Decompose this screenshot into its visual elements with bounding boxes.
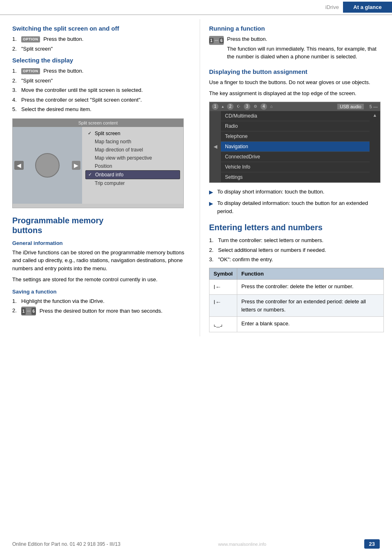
menu-item-split-screen[interactable]: ✓ Split screen [85, 129, 180, 138]
bmw-screen-left-arrow: ◀ [209, 111, 221, 182]
menu-item-trip-computer[interactable]: Trip computer [85, 179, 180, 187]
topbar-num-4: 4 [261, 103, 267, 110]
saving-step-1: 1. Highlight the function via the iDrive… [12, 297, 192, 305]
table-row-2: I← Press the controller for an extended … [209, 295, 384, 317]
menu-item-position[interactable]: Position [85, 162, 180, 170]
selecting-step-4: 4. Press the controller or select "Split… [12, 96, 192, 104]
saving-steps-list: 1. Highlight the function via the iDrive… [12, 297, 192, 316]
bullet-text-1: To display short information: touch the … [217, 188, 324, 196]
table-symbol-3: ⌞_⌟ [209, 317, 237, 332]
page-number: 23 [364, 539, 380, 549]
entering-step-2-text: Select additional letters or numbers if … [218, 246, 384, 254]
selecting-step-4-text: Press the controller or select "Split sc… [21, 96, 192, 104]
selecting-step-5-text: Select the desired menu item. [21, 105, 192, 113]
bmw-item-telephone[interactable]: Telephone [221, 131, 370, 142]
menu-item-map-direction[interactable]: Map direction of travel [85, 146, 180, 154]
split-screen-inner: ◀ ▶ ✓ Split screen Map facing north [13, 127, 183, 204]
saving-step-2-text: Press the desired button for more than t… [40, 308, 163, 314]
topbar-icon-wifi: ☪ [237, 104, 241, 109]
bmw-screen: 1 ▴ 2 ☪ 3 ⚙ 4 ⌂ USB audio 5 — ◀ CD/Multi… [209, 102, 381, 183]
option-icon-1: OPTION [21, 36, 40, 43]
bmw-item-cd[interactable]: CD/Multimedia [221, 111, 370, 121]
usb-label: USB audio [337, 104, 364, 109]
table-function-1: Press the controller: delete the letter … [237, 279, 383, 295]
running-mem-icon: 1 ··· 6 [209, 36, 224, 45]
selecting-step-2-text: "Split screen" [21, 77, 192, 85]
menu-item-map-perspective[interactable]: Map view with perspective [85, 154, 180, 162]
entering-title: Entering letters and numbers [209, 222, 384, 232]
selecting-title: Selecting the display [12, 57, 192, 64]
bmw-item-vehicle-info[interactable]: Vehicle Info [221, 162, 370, 172]
switching-step-2-text: "Split screen" [21, 45, 192, 53]
table-function-2: Press the controller for an extended per… [237, 295, 383, 317]
split-screen-menu: ✓ Split screen Map facing north Map dire… [82, 127, 183, 204]
topbar-num-1: 1 [212, 103, 218, 110]
split-screen-map: ◀ ▶ [13, 127, 82, 204]
idrive-label: iDrive [321, 2, 343, 13]
menu-item-onboard-info[interactable]: ✓ Onboard info [85, 170, 180, 179]
entering-step-3-text: "OK": confirm the entry. [218, 256, 384, 264]
topbar-icon-gear: ⚙ [254, 104, 257, 109]
entering-steps-list: 1. Turn the controller: select letters o… [209, 236, 384, 264]
page-header: iDrive At a glance [0, 0, 392, 15]
menu-item-map-north[interactable]: Map facing north [85, 138, 180, 146]
saving-step-1-text: Highlight the function via the iDrive. [21, 297, 192, 305]
bullet-arrow-1: ▶ [209, 188, 214, 196]
entering-step-1: 1. Turn the controller: select letters o… [209, 236, 384, 245]
bmw-screen-body: ◀ CD/Multimedia Radio Telephone Navigati… [209, 111, 380, 182]
topbar-num-3: 3 [244, 103, 250, 110]
page-footer: Online Edition for Part no. 01 40 2 918 … [0, 539, 392, 549]
table-row-3: ⌞_⌟ Enter a blank space. [209, 317, 384, 332]
table-col-symbol: Symbol [209, 268, 237, 279]
bmw-item-radio[interactable]: Radio [221, 121, 370, 131]
switching-step-2: 2. "Split screen" [12, 45, 192, 53]
map-arrow-right[interactable]: ▶ [72, 161, 80, 170]
selecting-steps-list: 1. OPTION Press the button. 2. "Split sc… [12, 67, 192, 113]
footer-watermark: www.manualsonline.info [218, 542, 266, 547]
entering-step-3: 3. "OK": confirm the entry. [209, 256, 384, 264]
general-info-text2: The settings are stored for the remote c… [12, 276, 192, 284]
bmw-item-connecteddrive[interactable]: ConnectedDrive [221, 152, 370, 162]
map-circle [35, 153, 60, 178]
blank-space-icon: ⌞_⌟ [214, 320, 223, 327]
bmw-item-settings[interactable]: Settings [221, 172, 370, 182]
running-content: 1 ··· 6 Press the button. The function w… [209, 35, 384, 64]
general-info-title: General information [12, 240, 192, 246]
saving-step-2: 2. 1 ··· 6 Press the desired button for … [12, 307, 192, 316]
main-content: Switching the split screen on and off 1.… [0, 15, 392, 336]
bmw-screen-right: ▲ [370, 111, 380, 182]
bullet-item-1: ▶ To display short information: touch th… [209, 188, 384, 196]
programmable-title: Programmable memorybuttons [12, 216, 192, 235]
bmw-item-navigation[interactable]: Navigation [221, 142, 370, 152]
table-col-function: Function [237, 268, 383, 279]
selecting-step-2: 2. "Split screen" [12, 77, 192, 85]
bmw-screen-list: CD/Multimedia Radio Telephone Navigation… [221, 111, 370, 182]
topbar-side-num: 5 — [370, 104, 378, 109]
table-symbol-1: I← [209, 279, 237, 295]
selecting-step-3: 3. Move the controller until the split s… [12, 86, 192, 94]
selecting-step-1-text: Press the button. [43, 68, 83, 74]
saving-title: Saving a function [12, 289, 192, 295]
footer-online-edition: Online Edition for Part no. 01 40 2 918 … [12, 541, 120, 547]
delete-all-icon: I← [214, 298, 221, 305]
selecting-step-3-text: Move the controller until the split scre… [21, 86, 192, 94]
bullet-arrow-2: ▶ [209, 200, 214, 208]
displaying-text2: The key assignment is displayed at the t… [209, 89, 384, 98]
table-function-3: Enter a blank space. [237, 317, 383, 332]
switching-title: Switching the split screen on and off [12, 25, 192, 32]
displaying-title: Displaying the button assignment [209, 68, 384, 75]
selecting-step-1: 1. OPTION Press the button. [12, 67, 192, 75]
left-column: Switching the split screen on and off 1.… [0, 19, 200, 336]
topbar-icon-home: ⌂ [270, 104, 273, 109]
delete-icon: I← [214, 283, 221, 290]
map-arrow-left[interactable]: ◀ [14, 161, 24, 170]
option-icon-2: OPTION [21, 68, 40, 75]
entering-step-1-text: Turn the controller: select letters or n… [218, 236, 384, 245]
table-row-1: I← Press the controller: delete the lett… [209, 279, 384, 295]
selecting-step-5: 5. Select the desired menu item. [12, 105, 192, 113]
topbar-icon-signal: ▴ [222, 104, 224, 109]
right-column: Running a function 1 ··· 6 Press the but… [200, 19, 392, 336]
entering-step-2: 2. Select additional letters or numbers … [209, 246, 384, 254]
switching-step-1: 1. OPTION Press the button. [12, 35, 192, 43]
split-screen-content-box: Split screen content ◀ ▶ ✓ Split screen … [12, 118, 184, 208]
